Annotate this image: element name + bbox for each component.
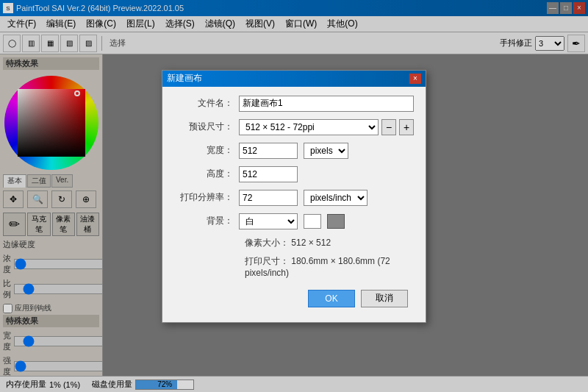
dpi-input[interactable] <box>239 190 298 206</box>
dialog-width-row: 宽度： pixels mm cm inch <box>174 143 414 159</box>
preset-label: 预设尺寸： <box>174 121 233 133</box>
preset-plus-btn[interactable]: + <box>399 119 414 135</box>
width-unit-select[interactable]: pixels mm cm inch <box>304 143 348 159</box>
filename-label: 文件名： <box>174 97 233 110</box>
dialog-preset-row: 预设尺寸： 512 × 512 - 72ppi − + <box>174 119 414 135</box>
dialog-title: 新建画布 <box>167 72 202 85</box>
dialog-title-bar: 新建画布 × <box>162 71 426 87</box>
dialog-close-btn[interactable]: × <box>409 74 421 84</box>
print-size-info: 打印尺寸： 180.6mm × 180.6mm (72 pixels/inch) <box>174 255 414 278</box>
width-dialog-label: 宽度： <box>174 144 233 157</box>
dialog-overlay: 新建画布 × 文件名： 预设尺寸： 512 × 512 - 72ppi − + <box>0 0 588 392</box>
preset-select[interactable]: 512 × 512 - 72ppi <box>239 119 379 135</box>
dialog-filename-row: 文件名： <box>174 96 414 112</box>
print-size-label: 打印尺寸： <box>245 256 289 266</box>
width-input[interactable] <box>239 143 298 159</box>
bg-color-white[interactable] <box>304 214 321 229</box>
new-canvas-dialog: 新建画布 × 文件名： 预设尺寸： 512 × 512 - 72ppi − + <box>162 70 426 323</box>
dialog-height-row: 高度： <box>174 166 414 182</box>
bg-select[interactable]: 白 透明 黑 <box>239 213 298 229</box>
preset-minus-btn[interactable]: − <box>381 119 396 135</box>
dpi-label: 打印分辨率： <box>174 191 233 204</box>
dpi-unit-select[interactable]: pixels/inch pixels/cm <box>304 190 368 206</box>
filename-input[interactable] <box>239 96 414 112</box>
dialog-ok-btn[interactable]: OK <box>308 290 355 307</box>
bg-label: 背景： <box>174 215 233 227</box>
dialog-body: 文件名： 预设尺寸： 512 × 512 - 72ppi − + 宽度： <box>162 87 426 322</box>
dialog-bg-row: 背景： 白 透明 黑 <box>174 213 414 229</box>
pixel-size-info: 像素大小： 512 × 512 <box>174 237 414 249</box>
pixel-size-value: 512 × 512 <box>291 238 331 248</box>
preset-controls: 512 × 512 - 72ppi − + <box>239 119 414 135</box>
height-input[interactable] <box>239 166 298 182</box>
pixel-size-label: 像素大小： <box>245 238 289 248</box>
bg-color-gray[interactable] <box>327 214 345 229</box>
dialog-dpi-row: 打印分辨率： pixels/inch pixels/cm <box>174 190 414 206</box>
height-dialog-label: 高度： <box>174 168 233 180</box>
dialog-buttons: OK 取消 <box>174 284 414 313</box>
dialog-cancel-btn[interactable]: 取消 <box>361 290 408 307</box>
